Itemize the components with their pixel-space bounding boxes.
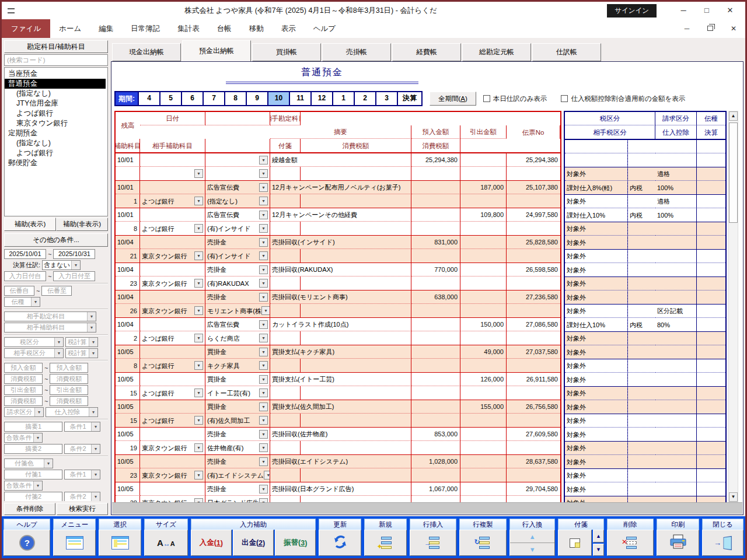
chevron-down-icon[interactable]: ▾ <box>194 306 203 315</box>
filter-dropdown[interactable]: 条件1▾ <box>64 422 100 432</box>
filter-dropdown[interactable]: 相手補助科目▾ <box>4 323 96 332</box>
cell-sub-account[interactable]: よつば銀行▾ <box>140 359 205 372</box>
ledger-tab-6[interactable]: 仕訳帳 <box>532 43 601 61</box>
scrollbar-thumb[interactable] <box>729 123 738 223</box>
scroll-up-icon[interactable]: ▲ <box>729 111 738 121</box>
chevron-down-icon[interactable]: ▾ <box>194 471 203 480</box>
period-cell-8[interactable]: 8 <box>224 92 246 105</box>
chevron-down-icon[interactable]: ▾ <box>259 251 268 260</box>
tax-row[interactable]: 対象外対象外 <box>565 222 725 250</box>
chevron-down-icon[interactable]: ▾ <box>259 293 268 302</box>
filter-dropdown[interactable]: 合致条件▾ <box>4 433 43 443</box>
table-row[interactable]: 10/05買掛金▾買掛支払(キクチ家具)49,00027,037,5808よつば… <box>116 345 560 373</box>
account-item[interactable]: 定期預金 <box>5 128 107 138</box>
table-row[interactable]: 10/05売掛金▾売掛回収(日本グランド広告)1,067,00029,704,5… <box>116 482 560 502</box>
ledger-tab-0[interactable]: 現金出納帳 <box>112 43 181 61</box>
chevron-down-icon[interactable]: ▾ <box>33 433 42 442</box>
filter-dropdown[interactable]: 付箋色▾ <box>4 459 53 468</box>
cell-partner-account[interactable]: 買掛金▾ <box>205 400 270 414</box>
tax-row[interactable]: 対象外対象外 <box>565 359 725 387</box>
filter-field[interactable]: 摘要1 <box>4 422 62 432</box>
menu-item-5[interactable]: 台帳 <box>208 19 240 38</box>
chevron-down-icon[interactable]: ▾ <box>87 323 96 332</box>
search-code-input[interactable] <box>4 54 108 66</box>
cell-partner-account[interactable]: 広告宣伝費▾ <box>205 318 270 331</box>
table-row[interactable]: 10/01▾繰越金額25,294,38025,294,380▾▾ <box>116 153 560 181</box>
chevron-down-icon[interactable]: ▾ <box>259 430 268 439</box>
cell-partner-sub[interactable]: (有)佐久間加工▾ <box>205 414 270 427</box>
clear-conditions-button[interactable]: 条件削除 <box>4 503 55 515</box>
filter-dropdown[interactable]: 税区分▾ <box>4 337 64 347</box>
chevron-down-icon[interactable]: ▾ <box>194 334 203 342</box>
filter-dropdown[interactable]: 相手勘定科目▾ <box>4 312 96 321</box>
period-cell-2[interactable]: 2 <box>354 92 375 105</box>
help-button[interactable]: ? <box>4 530 50 556</box>
filter-field[interactable]: 伝番至 <box>41 286 72 296</box>
filter-field[interactable]: 2025/10/01 <box>4 249 46 259</box>
chevron-down-icon[interactable]: ▾ <box>264 471 270 480</box>
horizontal-scrollbar[interactable] <box>112 502 742 514</box>
chevron-down-icon[interactable]: ▾ <box>259 348 268 356</box>
cell-sub-account[interactable]: 東京タウン銀行▾ <box>140 468 205 482</box>
table-row[interactable]: 10/05売掛金▾売掛回収(エイドシステム)1,028,00028,637,58… <box>116 455 560 482</box>
chevron-down-icon[interactable]: ▾ <box>259 388 268 397</box>
period-cell-3[interactable]: 3 <box>375 92 397 105</box>
chevron-down-icon[interactable]: ▾ <box>259 443 268 452</box>
chevron-down-icon[interactable]: ▾ <box>33 481 42 490</box>
cell-sub-account[interactable]: 東京タウン銀行▾ <box>140 276 205 290</box>
new-button[interactable]: ✦ <box>364 530 407 556</box>
tag-down-button[interactable]: ▼ <box>593 544 604 556</box>
chevron-down-icon[interactable]: ▾ <box>194 169 203 178</box>
swap-rows-button[interactable]: ▲▼ <box>509 530 556 556</box>
child-restore-icon[interactable] <box>699 19 722 38</box>
menu-button[interactable] <box>53 530 96 556</box>
tax-row[interactable]: 対象外 <box>565 496 725 502</box>
tab-sub-show[interactable]: 補助(表示) <box>4 218 56 231</box>
cell-sub-account[interactable]: 東京タウン銀行▾ <box>140 496 205 502</box>
menu-item-1[interactable]: ホーム <box>50 19 90 38</box>
other-conditions-button[interactable]: その他の条件... <box>4 233 108 247</box>
chevron-down-icon[interactable]: ▾ <box>194 251 203 260</box>
chevron-down-icon[interactable]: ▾ <box>259 156 268 164</box>
tax-row[interactable]: 対象外対象外 <box>565 469 725 496</box>
sign-in-button[interactable]: サインイン <box>607 4 657 18</box>
cell-partner-sub[interactable]: (有)インサイド▾ <box>205 222 270 235</box>
chevron-down-icon[interactable]: ▾ <box>91 470 100 479</box>
cell-partner-sub[interactable]: (指定なし)▾ <box>205 194 270 208</box>
cell-partner-sub[interactable]: ▾ <box>205 167 270 180</box>
chevron-down-icon[interactable]: ▾ <box>259 375 268 384</box>
chevron-down-icon[interactable]: ▾ <box>259 197 268 205</box>
chevron-down-icon[interactable]: ▾ <box>259 238 268 247</box>
chevron-down-icon[interactable]: ▾ <box>259 169 268 178</box>
filter-field[interactable]: 引出金額 <box>50 385 88 395</box>
table-row[interactable]: 10/05売掛金▾売掛回収(佐井物産)853,00027,609,58019東京… <box>116 428 560 455</box>
filter-field[interactable]: 入力日付至 <box>53 271 95 281</box>
tab-sub-hide[interactable]: 補助(非表示) <box>56 218 108 231</box>
ledger-tab-4[interactable]: 経費帳 <box>392 43 461 61</box>
chevron-down-icon[interactable]: ▾ <box>89 338 97 346</box>
chevron-down-icon[interactable]: ▾ <box>259 211 268 219</box>
chevron-down-icon[interactable]: ▾ <box>34 408 43 416</box>
chevron-down-icon[interactable]: ▾ <box>259 224 268 233</box>
filter-field[interactable]: 消費税額 <box>50 396 88 406</box>
入金-button[interactable]: 入金(1) <box>191 530 232 556</box>
chevron-down-icon[interactable]: ▾ <box>259 457 268 466</box>
cell-partner-sub[interactable]: (有)RAKUDAX▾ <box>205 276 270 290</box>
filter-field[interactable]: 付箋1 <box>4 470 62 480</box>
account-item[interactable]: (指定なし) <box>5 138 107 148</box>
filter-field[interactable]: 付箋2 <box>4 492 62 501</box>
insert-button[interactable]: → <box>410 530 456 556</box>
cell-partner-sub[interactable]: 佐井物産(有)▾ <box>205 441 270 454</box>
period-cell-10[interactable]: 10 <box>267 92 289 105</box>
filter-dropdown[interactable]: 条件2▾ <box>64 492 100 501</box>
cell-sub-account[interactable]: 東京タウン銀行▾ <box>140 249 205 262</box>
chevron-down-icon[interactable]: ▾ <box>89 408 97 416</box>
menu-item-file[interactable]: ファイル <box>2 19 50 38</box>
chevron-down-icon[interactable]: ▾ <box>259 416 268 425</box>
checkbox-icon[interactable] <box>483 95 490 102</box>
chevron-down-icon[interactable]: ▾ <box>261 306 270 315</box>
maximize-icon[interactable]: □ <box>695 2 718 19</box>
出金-button[interactable]: 出金(2) <box>233 530 274 556</box>
chevron-down-icon[interactable]: ▾ <box>259 183 268 192</box>
filter-field[interactable]: 消費税額 <box>4 374 43 384</box>
